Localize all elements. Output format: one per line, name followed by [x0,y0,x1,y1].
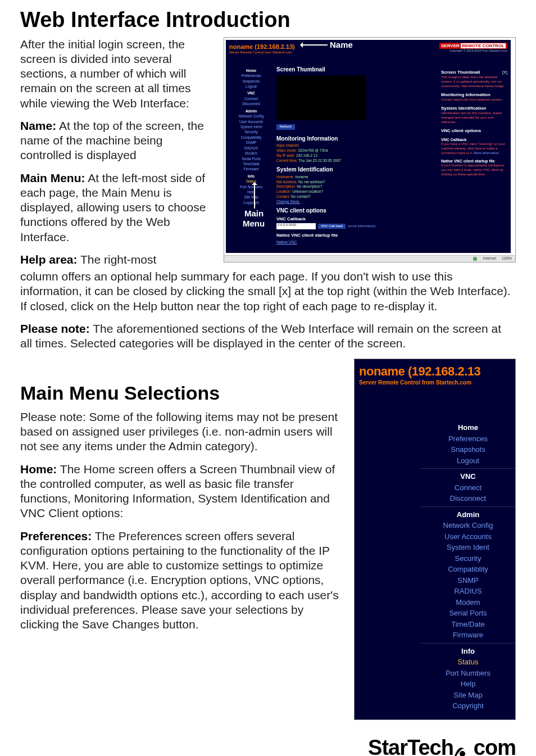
menu-header-home[interactable]: Home [421,422,515,433]
menu-link[interactable]: Logout [421,455,515,467]
host-subtitle-large: Server Remote Control from Startech.com [355,379,515,387]
menu-header-vnc: VNC [229,90,273,96]
help-h-callback: VNC Callback [441,137,507,142]
menu-link[interactable]: Snapshots [421,444,515,455]
help-close-button[interactable]: [X] [502,70,507,75]
internet-zone-icon [473,257,477,261]
help-more-link[interactable]: More information. [474,151,500,155]
menu-link[interactable]: Time/Date [421,619,515,630]
section-title-mms: Main Menu Selections [20,381,344,405]
menu-link[interactable]: Site Map [229,194,273,200]
help-h-thumb: Screen Thumbnail [X] [441,70,507,75]
help-h-sys: System Identification [441,106,507,111]
menu-link[interactable]: System Ident [229,124,273,129]
pref-text: The Preferences screen offers several co… [20,529,339,631]
menu-header-admin: Admin [421,509,515,520]
heading-vnc-options: VNC client options [276,207,438,215]
menu-link[interactable]: Site Map [421,690,515,701]
intro-paragraph: After the initial login screen, the scre… [20,37,215,111]
heading-screen-thumbnail: Screen Thumbnail [276,66,438,74]
menu-link[interactable]: Copyright [421,700,515,712]
menu-link[interactable]: Port Numbers [421,668,515,679]
menu-link[interactable]: Compatiblity [421,564,515,575]
refresh-button[interactable]: Refresh [276,124,295,130]
callback-input[interactable]: 0.0.0.0:5500 [276,223,316,229]
help-label: Help area: [20,253,78,266]
menu-link[interactable]: Serial Ports [421,608,515,619]
callback-button[interactable]: VNC Call-back [318,224,346,229]
menu-link[interactable]: Modem [421,597,515,608]
menu-link[interactable]: RADIUS [229,146,273,151]
menu-link[interactable]: Preferences [229,73,273,78]
menu-link[interactable]: Status [229,179,273,184]
menu-link[interactable]: User Accounts [421,531,515,542]
help-text: Identification text for this machine. Ea… [441,111,507,124]
menu-link[interactable]: RADIUS [421,586,515,597]
home-text: The Home screen offers a Screen Thumbnai… [20,463,335,520]
menu-link[interactable]: System Ident [421,542,515,553]
menu-link[interactable]: Status [421,657,515,668]
menu-link[interactable]: Copyright [229,200,273,205]
heading-monitoring: Monitoring Information [276,135,438,143]
menu-link[interactable]: Connect [229,96,273,101]
screen-thumbnail[interactable] [276,75,366,120]
annotation-menu-line [254,184,255,209]
menu-link[interactable]: Network Config [229,114,273,119]
helparea-paragraph: column offers an optional help summary f… [20,269,516,314]
menu-link[interactable]: Help [229,189,273,194]
menu-link[interactable]: Disconnect [421,493,515,504]
menu-link[interactable]: Preferences [421,433,515,445]
menu-link[interactable]: Firmware [421,630,515,641]
overview-screenshot: noname (192.168.2.13) Server Remote Cont… [224,37,516,262]
copyright-line: Copyright © 2003-2004 from Startech.com [439,49,507,53]
heading-vnc-callback: VNC Callback [276,216,438,222]
help-h-vnc: VNC client options [441,128,507,134]
menu-link[interactable]: Disconnect [229,101,273,106]
menu-link[interactable]: Time/Date [229,161,273,166]
help-text: Current status info from attached system… [441,98,507,102]
mainmenu-label: Main Menu: [20,171,85,184]
menu-link[interactable]: Connect [421,482,515,494]
help-text: If your browser is appropriately configu… [441,164,507,176]
logo-swoosh-icon [453,741,474,756]
zone-label: Internet [483,256,496,261]
brand-badge: SERVER REMOTE CONTROL [439,43,507,49]
menu-link[interactable]: Modem [229,151,273,156]
help-lead-text: The right-most [78,253,157,266]
name-label: Name: [20,119,56,132]
menu-link[interactable]: Logout [229,84,273,89]
menu-link[interactable]: Help [421,678,515,690]
menu-link[interactable]: Security [421,553,515,564]
menu-link[interactable]: Serial Ports [229,156,273,161]
please-note-paragraph: Please note: The aforementioned sections… [20,322,516,351]
menu-header-home[interactable]: Home [229,68,273,73]
menu-link[interactable]: Firmware [229,166,273,171]
menu-link[interactable]: Security [229,129,273,134]
menu-link[interactable]: Compatibility [229,135,273,140]
pref-label: Preferences: [20,529,92,542]
menu-link[interactable]: Network Config [421,520,515,531]
monitoring-info: Input channel: Video mode: 1024x768 @ 73… [276,143,438,163]
change-these-link[interactable]: Change these. [276,200,300,203]
menu-header-vnc: VNC [421,471,515,482]
menu-link[interactable]: SNMP [229,140,273,145]
system-ident-info: Hostname: noname Net Address: No net add… [276,175,438,205]
zoom-level[interactable]: 100% [502,256,512,261]
annotation-menu: Menu [243,219,265,229]
menu-link[interactable]: Port Numbers [229,184,273,189]
svg-point-0 [460,751,465,756]
menu-link[interactable]: SNMP [421,575,515,586]
content-area: Screen Thumbnail Refresh Monitoring Info… [276,66,438,245]
pref-paragraph: Preferences: The Preferences screen offe… [20,529,344,632]
mms-intro: Please note: Some of the following items… [20,410,344,454]
help-h-mon: Monitoring Information [441,92,507,98]
menu-link[interactable]: User Accounts [229,119,273,124]
menu-header-info: Info [229,174,273,179]
native-vnc-link[interactable]: Native VNC [276,240,297,244]
home-paragraph: Home: The Home screen offers a Screen Th… [20,462,344,521]
menu-header-admin: Admin [229,108,273,114]
host-subtitle: Server Remote Control from Startech.com [229,51,295,55]
more-info-link[interactable]: (more information) [348,224,375,229]
menu-link[interactable]: Snapshots [229,79,273,84]
help-panel: Screen Thumbnail [X] This image is taken… [441,66,507,245]
